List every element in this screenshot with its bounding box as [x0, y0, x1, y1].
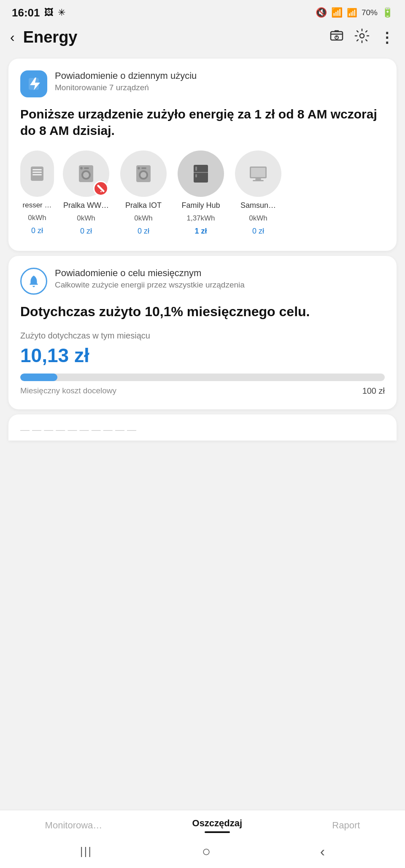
svg-point-16 — [95, 183, 107, 194]
status-icons-group: 🔇 📶 📶 70% 🔋 — [316, 7, 393, 18]
card2-header: Powiadomienie o celu miesięcznym Całkowi… — [20, 268, 385, 295]
device-circle-2 — [120, 150, 167, 197]
device-item[interactable]: Samsun… 0kWh 0 zł — [233, 150, 284, 236]
svg-rect-10 — [32, 174, 42, 175]
card2-header-text: Powiadomienie o celu miesięcznym Całkowi… — [55, 268, 245, 290]
card1-header-text: Powiadomienie o dziennym użyciu Monitoro… — [55, 70, 197, 92]
svg-rect-9 — [32, 172, 42, 173]
page-title: Energy — [23, 28, 324, 46]
device-name-3: Family Hub — [181, 201, 220, 210]
nav-tabs: Monitorowa… Oszczędzaj Raport — [0, 810, 405, 838]
svg-point-5 — [360, 34, 364, 38]
tab-report-label: Raport — [332, 820, 360, 831]
battery-icon: 🔋 — [382, 7, 393, 18]
progress-footer: Miesięczny koszt docelowy 100 zł — [20, 386, 385, 396]
device-circle-4 — [235, 150, 281, 197]
monthly-goal-label: Miesięczny koszt docelowy — [20, 386, 116, 395]
card2-main-text: Dotychczas zużyto 10,1% miesięcznego cel… — [20, 303, 385, 321]
status-bar: 16:01 🖼 ✳ 🔇 📶 📶 70% 🔋 — [0, 0, 405, 24]
device-cost-3: 1 zł — [194, 227, 207, 236]
svg-point-20 — [140, 172, 146, 178]
svg-rect-26 — [195, 174, 197, 177]
partial-card: — — — — — — — — — — — [8, 414, 397, 441]
svg-point-14 — [80, 167, 83, 169]
device-circle-1 — [63, 150, 109, 197]
settings-icon[interactable] — [354, 28, 370, 46]
progress-section: Zużyto dotychczas w tym miesiącu 10,13 z… — [20, 331, 385, 396]
card1-title: Powiadomienie o dziennym użyciu — [55, 70, 197, 81]
tab-save-label: Oszczędzaj — [192, 818, 243, 829]
battery-level: 70% — [362, 8, 378, 17]
monthly-goal-card: Powiadomienie o celu miesięcznym Całkowi… — [8, 256, 397, 409]
timer-icon[interactable] — [329, 28, 344, 46]
device-kwh-3: 1,37kWh — [186, 214, 215, 223]
back-button[interactable]: ‹ — [7, 28, 18, 47]
bell-icon-bg — [20, 268, 47, 295]
device-item[interactable]: Pralka IOT 0kWh 0 zł — [118, 150, 169, 236]
svg-rect-30 — [253, 180, 264, 181]
device-item[interactable]: Pralka WW… 0kWh 0 zł — [61, 150, 111, 236]
tab-monitor-label: Monitorowa… — [45, 820, 103, 831]
partial-card-text: — — — — — — — — — — — [20, 425, 385, 435]
disabled-badge — [93, 181, 108, 196]
device-cost-1: 0 zł — [80, 227, 92, 236]
device-kwh-0: 0kWh — [28, 214, 46, 222]
device-name-2: Pralka IOT — [125, 201, 162, 210]
device-name-0: resser … — [23, 201, 52, 210]
svg-rect-29 — [255, 178, 261, 180]
card2-title: Powiadomienie o celu miesięcznym — [55, 268, 245, 279]
device-kwh-2: 0kWh — [134, 214, 152, 223]
progress-bar-track — [20, 374, 385, 381]
device-circle-3 — [178, 150, 224, 197]
progress-bar-fill — [20, 374, 57, 381]
home-button[interactable]: ○ — [202, 843, 211, 860]
device-circle-0 — [20, 150, 54, 197]
svg-point-21 — [138, 167, 140, 169]
signal-icon: 📶 — [347, 8, 357, 18]
svg-rect-15 — [84, 167, 89, 169]
tab-save[interactable]: Oszczędzaj — [192, 818, 243, 833]
card1-main-text: Poniższe urządzenie zużyło energię za 1 … — [20, 106, 385, 139]
daily-usage-card: Powiadomienie o dziennym użyciu Monitoro… — [8, 59, 397, 251]
device-name-4: Samsun… — [240, 201, 276, 210]
device-name-1: Pralka WW… — [63, 201, 109, 210]
system-nav: ||| ○ ‹ — [0, 838, 405, 868]
status-time: 16:01 — [12, 6, 40, 19]
device-cost-4: 0 zł — [252, 227, 264, 236]
device-cost-0: 0 zł — [31, 226, 43, 235]
svg-rect-8 — [32, 169, 42, 170]
progress-amount: 10,13 zł — [20, 344, 385, 367]
devices-row: resser … 0kWh 0 zł — [20, 150, 385, 237]
wifi-icon: 📶 — [331, 7, 343, 18]
card1-header: Powiadomienie o dziennym użyciu Monitoro… — [20, 70, 385, 97]
monthly-goal-value: 100 zł — [362, 386, 385, 396]
device-cost-2: 0 zł — [138, 227, 149, 236]
gallery-icon: 🖼 — [44, 7, 54, 18]
tab-active-indicator — [205, 831, 230, 833]
app-header: ‹ Energy ⋮ — [0, 24, 405, 54]
header-actions: ⋮ — [329, 28, 395, 46]
device-item[interactable]: resser … 0kWh 0 zł — [20, 150, 54, 236]
svg-rect-7 — [31, 167, 43, 181]
svg-rect-25 — [195, 167, 197, 171]
progress-label: Zużyto dotychczas w tym miesiącu — [20, 331, 385, 341]
tab-report[interactable]: Raport — [332, 820, 360, 831]
accessibility-icon: ✳ — [58, 7, 65, 18]
tab-monitor[interactable]: Monitorowa… — [45, 820, 103, 831]
more-icon[interactable]: ⋮ — [380, 29, 395, 46]
svg-rect-22 — [141, 167, 146, 169]
recent-apps-button[interactable]: ||| — [80, 845, 92, 858]
svg-rect-6 — [29, 78, 39, 90]
card2-subtitle: Całkowite zużycie energii przez wszystki… — [55, 280, 245, 290]
mute-icon: 🔇 — [316, 7, 327, 18]
bottom-nav: Monitorowa… Oszczędzaj Raport ||| ○ ‹ — [0, 810, 405, 868]
device-kwh-1: 0kWh — [77, 214, 95, 223]
device-kwh-4: 0kWh — [249, 214, 267, 223]
svg-rect-28 — [251, 168, 265, 177]
device-item[interactable]: Family Hub 1,37kWh 1 zł — [176, 150, 226, 236]
card1-subtitle: Monitorowanie 7 urządzeń — [55, 83, 197, 92]
system-back-button[interactable]: ‹ — [320, 843, 325, 860]
energy-icon-bg — [20, 70, 47, 97]
svg-point-13 — [83, 172, 89, 178]
